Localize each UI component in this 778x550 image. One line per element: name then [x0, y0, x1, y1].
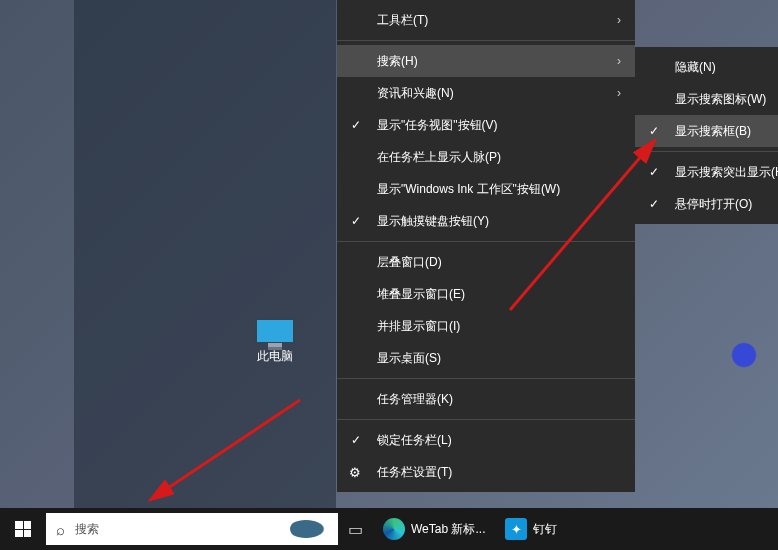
menu-label: 任务管理器(K): [377, 391, 453, 408]
search-submenu: 隐藏(N) 显示搜索图标(W) ✓ 显示搜索框(B) ✓ 显示搜索突出显示(H)…: [635, 47, 778, 224]
desktop-dark-panel: [74, 0, 336, 508]
menu-separator: [337, 419, 635, 420]
menu-stack[interactable]: 堆叠显示窗口(E): [337, 278, 635, 310]
dingtalk-icon: ✦: [505, 518, 527, 540]
menu-label: 显示"Windows Ink 工作区"按钮(W): [377, 181, 560, 198]
menu-label: 锁定任务栏(L): [377, 432, 452, 449]
app-label: WeTab 新标...: [411, 521, 485, 538]
menu-label: 显示触摸键盘按钮(Y): [377, 213, 489, 230]
menu-label: 并排显示窗口(I): [377, 318, 460, 335]
check-icon: ✓: [649, 124, 659, 138]
menu-label: 工具栏(T): [377, 12, 428, 29]
check-icon: ✓: [351, 214, 361, 228]
menu-label: 显示桌面(S): [377, 350, 441, 367]
task-view-icon: ▭: [348, 520, 363, 539]
taskbar-app-edge[interactable]: WeTab 新标...: [373, 508, 495, 550]
menu-label: 层叠窗口(D): [377, 254, 442, 271]
menu-show-ink-workspace[interactable]: 显示"Windows Ink 工作区"按钮(W): [337, 173, 635, 205]
menu-label: 显示搜索突出显示(H): [675, 164, 778, 181]
search-icon: ⌕: [56, 521, 65, 538]
menu-separator: [635, 151, 778, 152]
search-placeholder: 搜索: [75, 521, 99, 538]
menu-task-manager[interactable]: 任务管理器(K): [337, 383, 635, 415]
desktop-icon-this-pc[interactable]: 此电脑: [240, 318, 310, 365]
check-icon: ✓: [649, 197, 659, 211]
check-icon: ✓: [351, 433, 361, 447]
decorative-butterfly: [728, 340, 768, 370]
submenu-show-search-icon[interactable]: 显示搜索图标(W): [635, 83, 778, 115]
chevron-right-icon: ›: [617, 54, 621, 68]
menu-separator: [337, 378, 635, 379]
menu-label: 显示搜索框(B): [675, 123, 751, 140]
menu-lock-taskbar[interactable]: ✓ 锁定任务栏(L): [337, 424, 635, 456]
menu-label: 悬停时打开(O): [675, 196, 752, 213]
search-highlight-image: [290, 517, 330, 541]
start-button[interactable]: [0, 508, 46, 550]
submenu-show-search-box[interactable]: ✓ 显示搜索框(B): [635, 115, 778, 147]
menu-show-task-view[interactable]: ✓ 显示"任务视图"按钮(V): [337, 109, 635, 141]
submenu-hidden[interactable]: 隐藏(N): [635, 51, 778, 83]
menu-show-desktop[interactable]: 显示桌面(S): [337, 342, 635, 374]
chevron-right-icon: ›: [617, 86, 621, 100]
menu-taskbar-settings[interactable]: ⚙ 任务栏设置(T): [337, 456, 635, 488]
taskbar-context-menu: 工具栏(T) › 搜索(H) › 资讯和兴趣(N) › ✓ 显示"任务视图"按钮…: [337, 0, 635, 492]
gear-icon: ⚙: [349, 465, 361, 480]
edge-icon: [383, 518, 405, 540]
menu-label: 显示搜索图标(W): [675, 91, 766, 108]
menu-show-people[interactable]: 在任务栏上显示人脉(P): [337, 141, 635, 173]
menu-show-touch-keyboard[interactable]: ✓ 显示触摸键盘按钮(Y): [337, 205, 635, 237]
menu-label: 在任务栏上显示人脉(P): [377, 149, 501, 166]
submenu-open-on-hover[interactable]: ✓ 悬停时打开(O): [635, 188, 778, 220]
menu-label: 隐藏(N): [675, 59, 716, 76]
chevron-right-icon: ›: [617, 13, 621, 27]
submenu-show-highlights[interactable]: ✓ 显示搜索突出显示(H): [635, 156, 778, 188]
menu-cascade[interactable]: 层叠窗口(D): [337, 246, 635, 278]
windows-logo-icon: [15, 521, 31, 537]
menu-separator: [337, 241, 635, 242]
menu-label: 显示"任务视图"按钮(V): [377, 117, 498, 134]
desktop-icon-label: 此电脑: [257, 348, 293, 365]
taskbar-search-box[interactable]: ⌕ 搜索: [46, 513, 338, 545]
check-icon: ✓: [649, 165, 659, 179]
monitor-icon: [255, 318, 295, 344]
menu-toolbars[interactable]: 工具栏(T) ›: [337, 4, 635, 36]
task-view-button[interactable]: ▭: [338, 508, 373, 550]
menu-search[interactable]: 搜索(H) ›: [337, 45, 635, 77]
menu-separator: [337, 40, 635, 41]
taskbar-app-dingtalk[interactable]: ✦ 钉钉: [495, 508, 567, 550]
menu-news-interests[interactable]: 资讯和兴趣(N) ›: [337, 77, 635, 109]
menu-label: 任务栏设置(T): [377, 464, 452, 481]
menu-label: 搜索(H): [377, 53, 418, 70]
menu-side-by-side[interactable]: 并排显示窗口(I): [337, 310, 635, 342]
taskbar: ⌕ 搜索 ▭ WeTab 新标... ✦ 钉钉: [0, 508, 778, 550]
menu-label: 堆叠显示窗口(E): [377, 286, 465, 303]
check-icon: ✓: [351, 118, 361, 132]
menu-label: 资讯和兴趣(N): [377, 85, 454, 102]
app-label: 钉钉: [533, 521, 557, 538]
